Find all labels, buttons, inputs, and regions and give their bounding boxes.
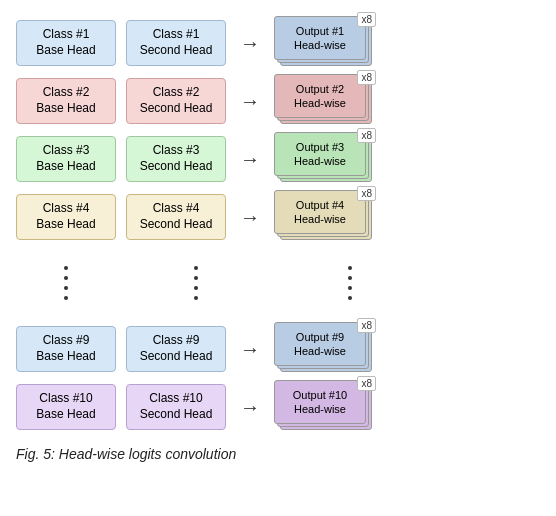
row-4: Class #4Base Head Class #4Second Head → …	[16, 190, 374, 244]
dots-inner-2	[194, 253, 198, 313]
arrow-4: →	[240, 206, 260, 229]
output-stack-3: Output #3Head-wise x8	[274, 132, 374, 186]
dot-2-1	[194, 266, 198, 270]
dot-3-1	[348, 266, 352, 270]
x8-badge-9: x8	[357, 318, 376, 333]
bottom-rows: Class #9Base Head Class #9Second Head → …	[16, 322, 374, 434]
dot-2-3	[194, 286, 198, 290]
arrow-10: →	[240, 396, 260, 419]
dots-col-1	[16, 253, 116, 313]
dots-col-3	[300, 253, 400, 313]
second-head-10: Class #10Second Head	[126, 384, 226, 430]
base-head-4: Class #4Base Head	[16, 194, 116, 240]
row-3: Class #3Base Head Class #3Second Head → …	[16, 132, 374, 186]
output-front-4: Output #4Head-wise	[274, 190, 366, 234]
dot-1-4	[64, 296, 68, 300]
arrow-9: →	[240, 338, 260, 361]
x8-badge-1: x8	[357, 12, 376, 27]
output-front-2: Output #2Head-wise	[274, 74, 366, 118]
dots-row	[16, 248, 400, 318]
dot-3-4	[348, 296, 352, 300]
second-head-9: Class #9Second Head	[126, 326, 226, 372]
dot-1-2	[64, 276, 68, 280]
base-head-9: Class #9Base Head	[16, 326, 116, 372]
row-10: Class #10Base Head Class #10Second Head …	[16, 380, 374, 434]
figure-caption: Fig. 5: Head-wise logits convolution	[16, 446, 236, 462]
diagram: Class #1Base Head Class #1Second Head → …	[16, 16, 540, 462]
second-head-2: Class #2Second Head	[126, 78, 226, 124]
x8-badge-4: x8	[357, 186, 376, 201]
second-head-3: Class #3Second Head	[126, 136, 226, 182]
dots-col-2	[146, 253, 246, 313]
x8-badge-10: x8	[357, 376, 376, 391]
dot-1-3	[64, 286, 68, 290]
output-front-9: Output #9Head-wise	[274, 322, 366, 366]
dots-inner-3	[348, 253, 352, 313]
base-head-10: Class #10Base Head	[16, 384, 116, 430]
dot-1-1	[64, 266, 68, 270]
second-head-1: Class #1Second Head	[126, 20, 226, 66]
dot-3-2	[348, 276, 352, 280]
x8-badge-2: x8	[357, 70, 376, 85]
dot-3-3	[348, 286, 352, 290]
output-stack-2: Output #2Head-wise x8	[274, 74, 374, 128]
output-stack-9: Output #9Head-wise x8	[274, 322, 374, 376]
dot-2-2	[194, 276, 198, 280]
top-rows: Class #1Base Head Class #1Second Head → …	[16, 16, 374, 244]
arrow-1: →	[240, 32, 260, 55]
dots-inner-1	[64, 253, 68, 313]
arrow-2: →	[240, 90, 260, 113]
row-1: Class #1Base Head Class #1Second Head → …	[16, 16, 374, 70]
base-head-1: Class #1Base Head	[16, 20, 116, 66]
output-front-3: Output #3Head-wise	[274, 132, 366, 176]
dot-2-4	[194, 296, 198, 300]
row-9: Class #9Base Head Class #9Second Head → …	[16, 322, 374, 376]
base-head-3: Class #3Base Head	[16, 136, 116, 182]
arrow-3: →	[240, 148, 260, 171]
output-stack-10: Output #10Head-wise x8	[274, 380, 374, 434]
x8-badge-3: x8	[357, 128, 376, 143]
base-head-2: Class #2Base Head	[16, 78, 116, 124]
output-front-1: Output #1Head-wise	[274, 16, 366, 60]
row-2: Class #2Base Head Class #2Second Head → …	[16, 74, 374, 128]
output-stack-1: Output #1Head-wise x8	[274, 16, 374, 70]
output-stack-4: Output #4Head-wise x8	[274, 190, 374, 244]
second-head-4: Class #4Second Head	[126, 194, 226, 240]
output-front-10: Output #10Head-wise	[274, 380, 366, 424]
